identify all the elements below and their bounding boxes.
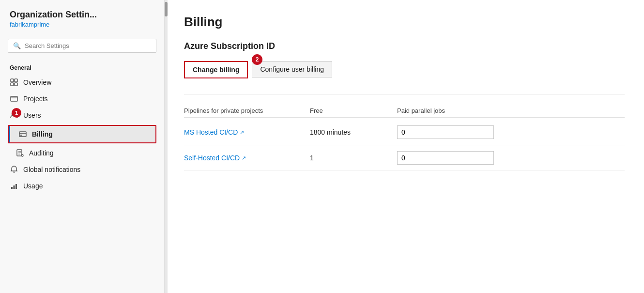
ms-hosted-paid-input[interactable] xyxy=(397,125,494,139)
billing-label: Billing xyxy=(32,130,53,138)
step-badge: 2 xyxy=(252,54,262,65)
search-input[interactable] xyxy=(25,42,151,49)
self-hosted-label: Self-Hosted CI/CD xyxy=(184,154,240,162)
projects-icon xyxy=(10,94,18,103)
row1-name: MS Hosted CI/CD ↗ xyxy=(184,128,310,136)
svg-rect-1 xyxy=(15,79,17,82)
sidebar-scroll-thumb[interactable] xyxy=(165,2,168,16)
sidebar-item-billing[interactable]: Billing xyxy=(8,125,156,143)
sidebar-scrollbar[interactable] xyxy=(165,0,168,293)
svg-rect-8 xyxy=(19,132,26,137)
projects-label: Projects xyxy=(23,95,48,103)
svg-rect-15 xyxy=(11,187,13,189)
svg-rect-9 xyxy=(20,135,22,136)
sidebar-item-global-notifications[interactable]: Global notifications xyxy=(0,161,164,178)
usage-label: Usage xyxy=(23,182,43,190)
users-label: Users xyxy=(23,111,41,119)
global-notifications-label: Global notifications xyxy=(23,166,80,173)
self-hosted-paid-input[interactable] xyxy=(397,151,494,165)
svg-point-14 xyxy=(21,154,23,156)
billing-icon xyxy=(18,130,27,139)
table-row: MS Hosted CI/CD ↗ 1800 minutes xyxy=(184,120,625,145)
change-billing-button[interactable]: Change billing xyxy=(184,61,248,78)
sidebar-item-usage[interactable]: Usage xyxy=(0,178,164,194)
table-row: Self-Hosted CI/CD ↗ 1 xyxy=(184,145,625,171)
configure-user-billing-button[interactable]: Configure user billing xyxy=(252,61,332,77)
overview-icon xyxy=(10,78,18,87)
sidebar-item-auditing[interactable]: Auditing xyxy=(0,145,164,161)
billing-wrapper: Billing xyxy=(0,123,164,145)
auditing-icon xyxy=(15,149,24,157)
svg-rect-16 xyxy=(14,185,15,189)
self-hosted-link[interactable]: Self-Hosted CI/CD ↗ xyxy=(184,154,310,162)
usage-icon xyxy=(10,182,18,190)
svg-rect-0 xyxy=(11,79,14,82)
table-header-row: Pipelines for private projects Free Paid… xyxy=(184,104,625,118)
bell-icon xyxy=(10,165,18,174)
external-link-icon-2: ↗ xyxy=(242,155,246,161)
row2-paid xyxy=(397,151,625,165)
sidebar-header: Organization Settin... fabrikamprime xyxy=(0,0,164,34)
billing-table: Pipelines for private projects Free Paid… xyxy=(184,104,625,171)
auditing-label: Auditing xyxy=(29,149,54,157)
users-wrapper: 1 xyxy=(10,111,18,120)
section-general-label: General xyxy=(0,61,164,74)
svg-rect-3 xyxy=(15,83,17,86)
col-header-free: Free xyxy=(310,107,397,114)
page-title: Billing xyxy=(184,15,625,30)
svg-rect-4 xyxy=(11,96,17,101)
section-title: Azure Subscription ID xyxy=(184,41,625,51)
external-link-icon-1: ↗ xyxy=(240,129,244,136)
row2-free: 1 xyxy=(310,154,397,162)
ms-hosted-link[interactable]: MS Hosted CI/CD ↗ xyxy=(184,128,310,136)
row2-name: Self-Hosted CI/CD ↗ xyxy=(184,154,310,162)
overview-label: Overview xyxy=(23,78,51,86)
row1-free: 1800 minutes xyxy=(310,128,397,136)
billing-buttons-row: Change billing Configure user billing 2 xyxy=(184,61,625,78)
search-icon: 🔍 xyxy=(13,42,21,49)
row1-paid xyxy=(397,125,625,139)
col-header-pipelines: Pipelines for private projects xyxy=(184,107,310,114)
sidebar-item-users[interactable]: 1 Users xyxy=(0,107,164,123)
svg-rect-17 xyxy=(15,184,17,189)
col-header-paid: Paid parallel jobs xyxy=(397,107,625,114)
svg-rect-2 xyxy=(11,83,14,86)
org-subtitle: fabrikamprime xyxy=(10,21,154,28)
users-badge: 1 xyxy=(12,108,21,118)
sidebar-item-overview[interactable]: Overview xyxy=(0,74,164,91)
org-title: Organization Settin... xyxy=(10,10,154,20)
ms-hosted-label: MS Hosted CI/CD xyxy=(184,128,238,136)
section-divider xyxy=(184,94,625,94)
main-content: Billing Azure Subscription ID Change bil… xyxy=(165,0,644,293)
sidebar-item-projects[interactable]: Projects xyxy=(0,91,164,107)
step-badge-container: 2 xyxy=(252,54,262,65)
search-box[interactable]: 🔍 xyxy=(8,39,156,53)
